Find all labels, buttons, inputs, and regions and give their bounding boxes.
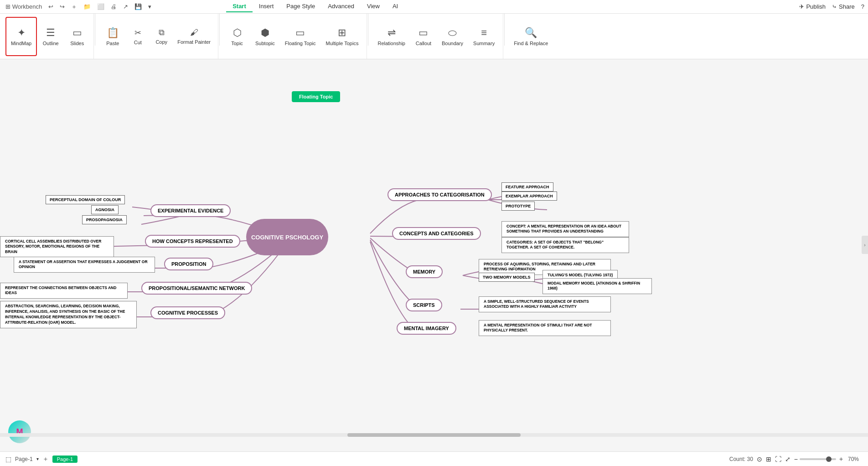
publish-btn[interactable]: ✈ Publish xyxy=(799,3,826,10)
zoom-out-btn[interactable]: − xyxy=(794,456,798,463)
subtopic-icon: ⬢ xyxy=(261,27,269,39)
leaf-abstraction: ABSTRACTION, SEARCHING, LEARNING, DECISI… xyxy=(0,301,137,328)
leaf-prosopagnosia[interactable]: PROSOPAGNOSIA xyxy=(82,215,127,224)
branch-concepts-cats[interactable]: CONCEPTS AND CATEGORIES xyxy=(392,227,481,240)
boundary-icon: ⬭ xyxy=(448,27,457,39)
branch-approaches[interactable]: APPROACHES TO CATEGORISATION xyxy=(388,188,492,201)
leaf-agnosia[interactable]: AGNOSIA xyxy=(91,205,119,214)
floating-topic-icon: ▭ xyxy=(295,27,305,39)
mindmap-btn[interactable]: ✦ MindMap ↑ xyxy=(5,17,37,56)
zoom-in-btn[interactable]: ＋ xyxy=(838,455,844,463)
zoom-slider[interactable] xyxy=(800,458,836,460)
topic-btn[interactable]: ⬡ Topic xyxy=(224,17,250,56)
format-painter-icon: 🖌 xyxy=(190,28,198,37)
side-collapse-btn[interactable]: › xyxy=(862,236,868,254)
leaf-statement: A STATEMENT OR ASSERTION THAT EXPRESSES … xyxy=(14,257,155,273)
find-replace-btn[interactable]: 🔍 Find & Replace xyxy=(509,17,553,56)
branch-scripts[interactable]: SCRIPTS xyxy=(406,299,442,311)
branch-prop-semantic[interactable]: PROPOSITIONAL/SEMANTIC NETWORK xyxy=(141,282,252,295)
callout-btn[interactable]: ▭ Callout xyxy=(411,17,436,56)
tab-start[interactable]: Start xyxy=(226,1,253,12)
tab-advanced[interactable]: Advanced xyxy=(321,1,361,12)
leaf-modal: MODAL MEMORY MODEL (ATKINSON & SHRIFFIN … xyxy=(542,278,652,294)
workbench-icon-badge[interactable]: M xyxy=(8,420,31,443)
leaf-prototype[interactable]: PROTOTYPE xyxy=(501,202,535,211)
summary-btn[interactable]: ≡ Summary xyxy=(469,17,499,56)
tab-insert[interactable]: Insert xyxy=(253,1,280,12)
zoom-control: − ＋ xyxy=(794,455,844,463)
mindmap-icon: ✦ xyxy=(17,27,26,39)
page-layout-icon[interactable]: ⬚ xyxy=(5,456,11,463)
branch-mental-imagery[interactable]: MENTAL IMAGERY xyxy=(397,322,456,335)
multiple-topics-btn[interactable]: ⊞ Multiple Topics xyxy=(321,17,363,56)
dropdown-arrow[interactable]: ▾ xyxy=(36,456,39,461)
boundary-btn[interactable]: ⬭ Boundary xyxy=(437,17,468,56)
share-btn[interactable]: ⤷ Share xyxy=(832,3,855,10)
workbench-btn[interactable]: ⊞ Workbench xyxy=(4,2,44,11)
export-btn[interactable]: ↗ xyxy=(121,2,130,11)
branch-memory[interactable]: MEMORY xyxy=(406,265,443,278)
copy-btn[interactable]: ⧉ Copy xyxy=(150,17,173,56)
slides-icon: ▭ xyxy=(72,27,82,39)
save-btn[interactable]: 💾 xyxy=(133,2,144,11)
scrollbar[interactable] xyxy=(0,433,868,437)
outline-btn[interactable]: ☰ Outline xyxy=(38,17,63,56)
screen-icon[interactable]: ⛶ xyxy=(775,456,781,463)
scrollbar-thumb[interactable] xyxy=(347,433,521,437)
window-btn[interactable]: ⬜ xyxy=(95,2,106,11)
count-label: Count: 30 xyxy=(729,456,753,462)
leaf-two-memory[interactable]: TWO MEMORY MODELS xyxy=(479,273,535,282)
active-page-tab[interactable]: Page-1 xyxy=(52,456,78,463)
tab-ai[interactable]: AI xyxy=(386,1,404,12)
redo-btn[interactable]: ↪ xyxy=(58,2,67,11)
floating-topic-btn[interactable]: ▭ Floating Topic xyxy=(280,17,320,56)
add-page-btn[interactable]: ＋ xyxy=(42,455,49,463)
paste-icon: 📋 xyxy=(107,27,119,39)
top-nav-right: ✈ Publish ⤷ Share ? xyxy=(799,3,864,10)
divider-4 xyxy=(504,14,505,46)
copy-icon: ⧉ xyxy=(159,28,165,37)
print-btn[interactable]: 🖨 xyxy=(109,2,119,11)
ribbon-find-section: 🔍 Find & Replace xyxy=(506,14,556,59)
leaf-categories-def: CATEGORIES: A SET OF OBJECTS THAT "BELON… xyxy=(501,237,629,253)
fullscreen-icon[interactable]: ⤢ xyxy=(785,456,790,463)
help-btn[interactable]: ? xyxy=(861,3,864,10)
tab-view[interactable]: View xyxy=(361,1,386,12)
format-painter-btn[interactable]: 🖌 Format Painter xyxy=(174,17,214,56)
subtopic-btn[interactable]: ⬢ Subtopic xyxy=(251,17,279,56)
more-btn[interactable]: ▾ xyxy=(146,2,153,11)
grid-icon[interactable]: ⊞ xyxy=(766,456,771,463)
top-nav: ⊞ Workbench ↩ ↪ ＋ 📁 ⬜ 🖨 ↗ 💾 ▾ Start Inse… xyxy=(0,0,868,14)
branch-how-concepts[interactable]: HOW CONCEPTS REPRESENTED xyxy=(145,235,240,248)
leaf-represent: REPRESENT THE CONNECTIONS BETWEEN OBJECT… xyxy=(0,283,128,299)
tab-page-style[interactable]: Page Style xyxy=(280,1,321,12)
open-btn[interactable]: 📁 xyxy=(82,2,93,11)
branch-proposition[interactable]: PROPOSITION xyxy=(164,258,213,270)
cut-btn[interactable]: ✂ Cut xyxy=(126,17,149,56)
leaf-perceptual[interactable]: PERCEPTUAL DOMAIN OF COLOUR xyxy=(46,195,125,204)
outline-icon: ☰ xyxy=(46,27,55,39)
leaf-feature[interactable]: FEATURE APPROACH xyxy=(501,182,553,192)
new-btn[interactable]: ＋ xyxy=(69,2,79,12)
branch-cog-processes[interactable]: COGNITIVE PROCESSES xyxy=(150,306,225,319)
central-node[interactable]: COGNITIVE PSCHOLOGY xyxy=(246,219,328,255)
relationship-btn[interactable]: ⇌ Relationship xyxy=(373,17,410,56)
leaf-concept-def: CONCEPT: A MENTAL REPRESENTATION OR AN I… xyxy=(501,221,629,237)
ribbon-relationship-section: ⇌ Relationship ▭ Callout ⬭ Boundary ≡ Su… xyxy=(369,14,503,59)
fit-page-icon[interactable]: ⊙ xyxy=(757,456,762,463)
mindmap-svg: .branch-line { fill: none; stroke: #a87c… xyxy=(0,59,868,451)
leaf-exemplar[interactable]: EXEMPLAR APPROACH xyxy=(501,192,557,201)
callout-icon: ▭ xyxy=(418,27,428,39)
topic-icon: ⬡ xyxy=(233,27,242,39)
status-bar: ⬚ Page-1 ▾ ＋ Page-1 Count: 30 ⊙ ⊞ ⛶ ⤢ − … xyxy=(0,451,868,466)
top-nav-tabs: Start Insert Page Style Advanced View AI xyxy=(226,1,404,12)
leaf-mental-def: A MENTAL REPRESENTATION OF STIMULI THAT … xyxy=(479,320,611,336)
zoom-level: 70% xyxy=(848,456,863,462)
branch-exp-evidence[interactable]: EXPERIMENTAL EVIDENCE xyxy=(150,204,231,217)
slides-btn[interactable]: ▭ Slides xyxy=(64,17,90,56)
divider-3 xyxy=(368,14,368,46)
ribbon: ✦ MindMap ↑ ☰ Outline ▭ Slides 📋 Paste ✂… xyxy=(0,14,868,59)
paste-btn[interactable]: 📋 Paste xyxy=(100,17,125,56)
zoom-thumb xyxy=(826,456,832,462)
undo-btn[interactable]: ↩ xyxy=(46,2,55,11)
